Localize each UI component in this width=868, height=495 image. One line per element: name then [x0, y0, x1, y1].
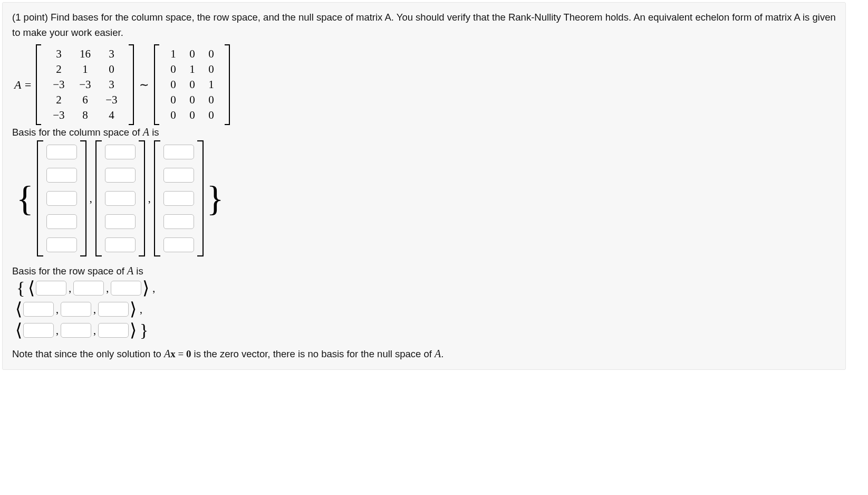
col3-entry1[interactable] — [163, 145, 194, 159]
row3-entry3[interactable] — [98, 323, 129, 338]
row3-entry2[interactable] — [61, 323, 91, 338]
row1-entry1[interactable] — [36, 281, 66, 296]
col3-entry3[interactable] — [163, 191, 194, 206]
row-vector-3: ⟨ , , ⟩ } — [14, 321, 836, 339]
column-basis-input-set: { , , — [14, 140, 836, 256]
row-basis-label: Basis for the row space of A is — [12, 265, 836, 277]
row2-entry1[interactable] — [23, 302, 54, 317]
col2-entry1[interactable] — [105, 145, 136, 159]
col1-entry2[interactable] — [46, 168, 77, 183]
row-basis-input-set: { ⟨ , , ⟩ , ⟨ , , ⟩ , ⟨ , , ⟩ — [14, 279, 836, 339]
col1-entry3[interactable] — [46, 191, 77, 206]
matrix-lhs: A = — [14, 78, 35, 92]
row3-entry1[interactable] — [23, 323, 54, 338]
col3-entry2[interactable] — [163, 168, 194, 183]
row2-entry2[interactable] — [61, 302, 91, 317]
matrix-equation: A = 3163 210 −3−33 26−3 −384 ∼ 100 010 0… — [14, 44, 836, 125]
col1-entry1[interactable] — [46, 145, 77, 159]
col2-entry5[interactable] — [105, 237, 136, 252]
problem-statement: (1 point) Find bases for the column spac… — [12, 10, 836, 40]
col-vector-1 — [37, 140, 86, 256]
instructions-text: Find bases for the column space, the row… — [12, 12, 836, 38]
right-brace: } — [205, 180, 226, 216]
row1-entry3[interactable] — [111, 281, 141, 296]
row1-entry2[interactable] — [73, 281, 104, 296]
col-vector-3 — [154, 140, 204, 256]
col2-entry4[interactable] — [105, 214, 136, 229]
null-space-note: Note that since the only solution to Ax … — [12, 348, 836, 360]
row-vector-1: { ⟨ , , ⟩ , — [14, 279, 836, 297]
points-label: (1 point) — [12, 12, 48, 23]
matrix-A: 3163 210 −3−33 26−3 −384 — [36, 44, 134, 125]
column-basis-label: Basis for the column space of A is — [12, 126, 836, 138]
col2-entry3[interactable] — [105, 191, 136, 206]
col2-entry2[interactable] — [105, 168, 136, 183]
col3-entry4[interactable] — [163, 214, 194, 229]
row2-entry3[interactable] — [98, 302, 129, 317]
col3-entry5[interactable] — [163, 237, 194, 252]
left-brace: { — [14, 180, 36, 216]
row-vector-2: ⟨ , , ⟩ , — [14, 300, 836, 318]
tilde-symbol: ∼ — [135, 78, 153, 92]
col-vector-2 — [95, 140, 145, 256]
matrix-echelon: 100 010 001 000 000 — [154, 44, 230, 125]
col1-entry5[interactable] — [46, 237, 77, 252]
col1-entry4[interactable] — [46, 214, 77, 229]
problem-container: (1 point) Find bases for the column spac… — [2, 2, 846, 370]
